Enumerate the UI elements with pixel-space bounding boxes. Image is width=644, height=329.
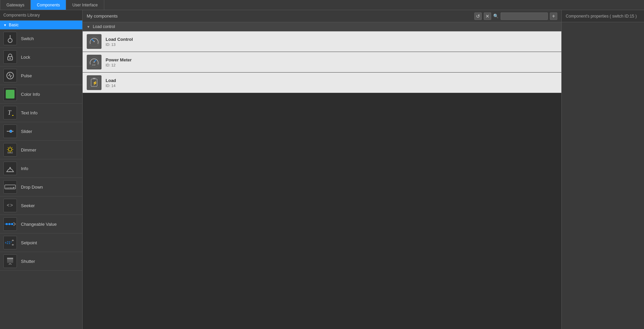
right-panel: Component's properties ( switch ID:15 ) <box>561 10 644 329</box>
load-name: Load <box>106 78 116 83</box>
svg-point-34 <box>11 223 13 225</box>
sidebar-item-slider[interactable]: Slider <box>0 122 82 141</box>
svg-line-7 <box>10 74 10 78</box>
svg-text:+21°: +21° <box>5 241 12 245</box>
load-info: Load ID: 14 <box>106 78 116 88</box>
changeable-value-label: Changeable Value <box>21 222 57 227</box>
setpoint-icon: +21° <box>3 236 17 249</box>
search-icon: 🔍 <box>493 13 499 19</box>
sidebar-item-dropdown[interactable]: combo ▼ Drop Down <box>0 178 82 196</box>
dropdown-icon: combo ▼ <box>3 180 17 194</box>
changeable-value-icon <box>3 217 17 231</box>
component-item-load[interactable]: ⚡ Load ID: 14 <box>83 73 561 93</box>
power-meter-id: ID: 12 <box>106 63 132 67</box>
svg-text:⚡: ⚡ <box>92 80 97 85</box>
lock-label: Lock <box>21 55 30 60</box>
svg-text:>: > <box>10 202 13 208</box>
dimmer-icon <box>3 143 17 157</box>
setpoint-label: Setpoint <box>21 240 37 245</box>
svg-point-33 <box>8 223 10 225</box>
tab-user-interface[interactable]: User Interface <box>66 0 104 10</box>
svg-line-22 <box>12 151 12 152</box>
dimmer-label: Dimmer <box>21 147 36 153</box>
group-title: Load control <box>93 24 115 29</box>
svg-line-8 <box>10 76 11 78</box>
sidebar-item-setpoint[interactable]: +21° Setpoint <box>0 234 82 252</box>
center-header: My components ↺ ✕ 🔍 + <box>83 10 561 22</box>
svg-text:▼: ▼ <box>12 186 15 189</box>
slider-icon <box>3 125 17 138</box>
power-meter-info: Power Meter ID: 12 <box>106 57 132 67</box>
info-icon: ... <box>3 162 17 175</box>
sidebar-item-seeker[interactable]: < > Seeker <box>0 196 82 215</box>
sidebar-item-shutter[interactable]: Shutter <box>0 252 82 271</box>
component-item-power-meter[interactable]: kW Power Meter ID: 12 <box>83 52 561 73</box>
svg-line-20 <box>12 147 12 148</box>
svg-point-14 <box>8 148 12 151</box>
svg-point-1 <box>8 38 12 43</box>
slider-label: Slider <box>21 129 32 134</box>
section-arrow-icon: ▼ <box>3 23 7 27</box>
dropdown-label: Drop Down <box>21 185 43 190</box>
top-navigation: Gateways Components User Interface <box>0 0 644 10</box>
sidebar-items-list: Switch Lock <box>0 29 82 329</box>
svg-point-32 <box>6 223 8 225</box>
switch-icon <box>3 32 17 45</box>
shutter-label: Shutter <box>21 259 35 264</box>
power-meter-icon: kW <box>87 55 102 70</box>
svg-text:T: T <box>8 109 12 116</box>
component-properties-title: Component's properties ( switch ID:15 ) <box>566 14 637 19</box>
svg-rect-46 <box>7 261 13 262</box>
svg-text:kW: kW <box>92 64 96 66</box>
load-control-name: Load Control <box>106 37 133 42</box>
sidebar-item-dimmer[interactable]: Dimmer <box>0 141 82 159</box>
add-button[interactable]: + <box>550 12 557 20</box>
refresh-button[interactable]: ↺ <box>474 12 482 20</box>
svg-rect-44 <box>7 258 13 259</box>
search-input[interactable] <box>501 12 548 20</box>
main-layout: Components Library ▼ Basic Switch <box>0 10 644 329</box>
sidebar-header: Components Library <box>0 10 82 21</box>
center-controls: ↺ ✕ 🔍 + <box>474 12 557 20</box>
tab-components[interactable]: Components <box>31 0 66 10</box>
center-panel-title: My components <box>87 13 118 19</box>
color-info-icon <box>3 87 17 101</box>
svg-point-13 <box>9 130 12 133</box>
lock-icon <box>3 50 17 64</box>
svg-point-24 <box>9 167 11 168</box>
section-label: Basic <box>9 23 19 27</box>
seeker-icon: < > <box>3 199 17 212</box>
svg-rect-47 <box>7 262 13 263</box>
component-list: Load Control ID: 13 kW Power Meter <box>83 31 561 93</box>
sidebar-item-info[interactable]: ... Info <box>0 159 82 178</box>
shutter-icon <box>3 254 17 268</box>
basic-section-header[interactable]: ▼ Basic <box>0 21 82 29</box>
sidebar-item-text-info[interactable]: T Text Info <box>0 104 82 122</box>
svg-line-36 <box>13 224 16 226</box>
load-icon: ⚡ <box>87 75 102 90</box>
svg-line-49 <box>10 264 11 265</box>
color-info-label: Color Info <box>21 92 40 97</box>
sidebar-item-lock[interactable]: Lock <box>0 48 82 66</box>
text-info-label: Text Info <box>21 110 37 115</box>
tab-gateways[interactable]: Gateways <box>0 0 31 10</box>
sidebar-item-color-info[interactable]: Color Info <box>0 85 82 104</box>
group-arrow-icon: ▼ <box>87 25 90 29</box>
pulse-icon <box>3 69 17 82</box>
svg-point-52 <box>93 41 95 42</box>
sidebar-item-changeable-value[interactable]: Changeable Value <box>0 215 82 234</box>
sidebar-item-switch[interactable]: Switch <box>0 29 82 48</box>
svg-line-48 <box>9 264 10 265</box>
right-panel-header: Component's properties ( switch ID:15 ) <box>562 10 644 22</box>
load-control-group-header[interactable]: ▼ Load control <box>83 22 561 31</box>
pulse-label: Pulse <box>21 73 32 78</box>
svg-point-55 <box>93 61 95 63</box>
info-label: Info <box>21 166 28 171</box>
sidebar-item-pulse[interactable]: Pulse <box>0 66 82 85</box>
svg-rect-45 <box>7 259 13 260</box>
switch-label: Switch <box>21 36 34 41</box>
svg-point-3 <box>9 58 11 59</box>
component-item-load-control[interactable]: Load Control ID: 13 <box>83 31 561 52</box>
load-control-info: Load Control ID: 13 <box>106 37 133 47</box>
close-button[interactable]: ✕ <box>484 12 491 20</box>
